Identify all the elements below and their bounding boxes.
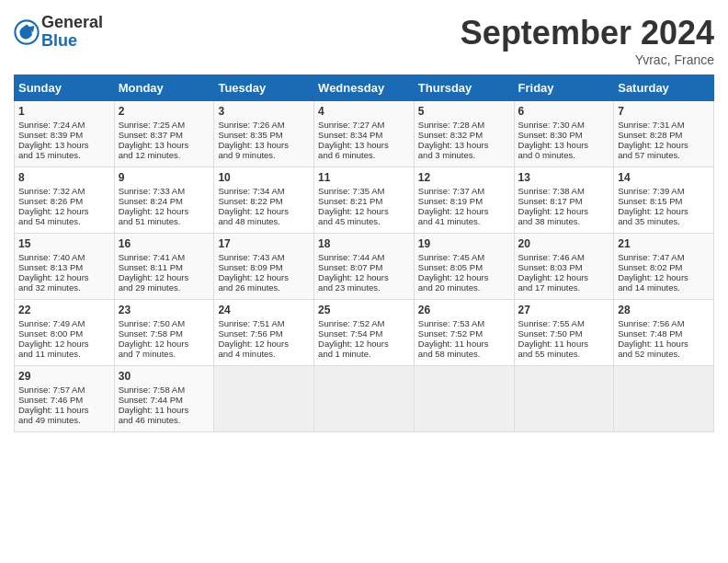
cell-text-line: Sunrise: 7:53 AM (418, 318, 510, 328)
cell-text-line: Sunrise: 7:50 AM (119, 318, 210, 328)
calendar-week-row: 22Sunrise: 7:49 AMSunset: 8:00 PMDayligh… (15, 300, 714, 366)
calendar-cell: 2Sunrise: 7:25 AMSunset: 8:37 PMDaylight… (114, 101, 214, 167)
logo-icon (14, 19, 40, 45)
cell-text-line: and 49 minutes. (18, 415, 110, 425)
day-number: 17 (218, 237, 310, 250)
cell-text-line: Daylight: 12 hours (318, 339, 410, 349)
day-number: 10 (218, 171, 310, 184)
cell-text-line: Sunset: 8:35 PM (218, 130, 310, 140)
day-number: 19 (418, 237, 510, 250)
cell-text-line: Sunset: 8:22 PM (218, 196, 310, 206)
calendar-cell: 26Sunrise: 7:53 AMSunset: 7:52 PMDayligh… (414, 300, 514, 366)
calendar-cell: 14Sunrise: 7:39 AMSunset: 8:15 PMDayligh… (614, 167, 714, 234)
cell-text-line: Daylight: 11 hours (518, 339, 610, 349)
cell-text-line: and 7 minutes. (119, 349, 210, 359)
cell-text-line: Daylight: 12 hours (318, 272, 410, 282)
header-saturday: Saturday (614, 75, 714, 101)
header: General Blue September 2024 Yvrac, Franc… (14, 14, 714, 67)
cell-text-line: Daylight: 12 hours (18, 339, 110, 349)
calendar-header: Sunday Monday Tuesday Wednesday Thursday… (15, 75, 714, 101)
cell-text-line: Sunset: 8:00 PM (18, 328, 110, 339)
cell-text-line: and 14 minutes. (618, 282, 710, 293)
cell-text-line: Daylight: 13 hours (218, 140, 310, 150)
calendar-cell: 25Sunrise: 7:52 AMSunset: 7:54 PMDayligh… (314, 300, 415, 366)
calendar-cell (314, 366, 415, 432)
cell-text-line: Daylight: 12 hours (119, 206, 210, 216)
cell-text-line: Sunrise: 7:57 AM (18, 385, 110, 395)
cell-text-line: Sunrise: 7:25 AM (119, 120, 210, 130)
cell-text-line: Sunset: 8:37 PM (119, 130, 210, 140)
cell-text-line: Daylight: 12 hours (218, 339, 310, 349)
cell-text-line: Sunset: 7:52 PM (418, 328, 510, 339)
day-number: 27 (518, 304, 610, 316)
cell-text-line: Sunset: 8:28 PM (618, 130, 710, 140)
cell-text-line: Daylight: 13 hours (119, 140, 210, 150)
logo-text: General Blue (41, 14, 103, 51)
cell-text-line: and 11 minutes. (18, 349, 110, 359)
cell-text-line: Daylight: 12 hours (119, 339, 210, 349)
calendar-cell: 19Sunrise: 7:45 AMSunset: 8:05 PMDayligh… (414, 234, 514, 300)
cell-text-line: Sunset: 8:24 PM (119, 196, 210, 206)
cell-text-line: Sunrise: 7:55 AM (518, 318, 610, 328)
header-wednesday: Wednesday (314, 75, 415, 101)
cell-text-line: and 20 minutes. (418, 282, 510, 293)
cell-text-line: Sunset: 8:02 PM (618, 262, 710, 272)
calendar-cell: 10Sunrise: 7:34 AMSunset: 8:22 PMDayligh… (214, 167, 314, 234)
cell-text-line: and 26 minutes. (218, 282, 310, 293)
day-number: 24 (218, 304, 310, 316)
cell-text-line: Sunrise: 7:27 AM (318, 120, 410, 130)
cell-text-line: Sunset: 8:21 PM (318, 196, 410, 206)
calendar-cell: 7Sunrise: 7:31 AMSunset: 8:28 PMDaylight… (614, 101, 714, 167)
cell-text-line: Sunset: 7:54 PM (318, 328, 410, 339)
cell-text-line: Sunrise: 7:24 AM (18, 120, 110, 130)
cell-text-line: Sunrise: 7:30 AM (518, 120, 610, 130)
calendar-cell: 4Sunrise: 7:27 AMSunset: 8:34 PMDaylight… (314, 101, 415, 167)
day-number: 23 (119, 304, 210, 316)
cell-text-line: and 0 minutes. (518, 150, 610, 160)
cell-text-line: and 12 minutes. (119, 150, 210, 160)
cell-text-line: Sunset: 7:44 PM (119, 395, 210, 405)
day-number: 13 (518, 171, 610, 184)
day-number: 9 (119, 171, 210, 184)
cell-text-line: Sunset: 8:30 PM (518, 130, 610, 140)
day-number: 18 (318, 237, 410, 250)
cell-text-line: Daylight: 11 hours (119, 405, 210, 415)
cell-text-line: Sunrise: 7:49 AM (18, 318, 110, 328)
cell-text-line: and 38 minutes. (518, 216, 610, 226)
cell-text-line: Sunset: 8:05 PM (418, 262, 510, 272)
day-number: 6 (518, 105, 610, 118)
cell-text-line: and 35 minutes. (618, 216, 710, 226)
cell-text-line: Sunset: 8:09 PM (218, 262, 310, 272)
cell-text-line: Sunrise: 7:35 AM (318, 186, 410, 196)
header-thursday: Thursday (414, 75, 514, 101)
calendar-cell: 9Sunrise: 7:33 AMSunset: 8:24 PMDaylight… (114, 167, 214, 234)
day-number: 2 (119, 105, 210, 118)
cell-text-line: Daylight: 11 hours (18, 405, 110, 415)
day-number: 4 (318, 105, 410, 118)
cell-text-line: Daylight: 12 hours (218, 206, 310, 216)
cell-text-line: and 46 minutes. (119, 415, 210, 425)
cell-text-line: Daylight: 13 hours (18, 140, 110, 150)
cell-text-line: and 55 minutes. (518, 349, 610, 359)
cell-text-line: Daylight: 13 hours (518, 140, 610, 150)
cell-text-line: Sunset: 8:11 PM (119, 262, 210, 272)
cell-text-line: Sunset: 7:56 PM (218, 328, 310, 339)
calendar-cell: 15Sunrise: 7:40 AMSunset: 8:13 PMDayligh… (15, 234, 115, 300)
cell-text-line: Sunrise: 7:52 AM (318, 318, 410, 328)
cell-text-line: Daylight: 11 hours (618, 339, 710, 349)
header-tuesday: Tuesday (214, 75, 314, 101)
header-sunday: Sunday (15, 75, 115, 101)
calendar-cell: 5Sunrise: 7:28 AMSunset: 8:32 PMDaylight… (414, 101, 514, 167)
cell-text-line: Sunrise: 7:43 AM (218, 252, 310, 262)
cell-text-line: and 3 minutes. (418, 150, 510, 160)
cell-text-line: and 51 minutes. (119, 216, 210, 226)
cell-text-line: Sunrise: 7:33 AM (119, 186, 210, 196)
cell-text-line: and 6 minutes. (318, 150, 410, 160)
day-number: 8 (18, 171, 110, 184)
calendar-cell: 1Sunrise: 7:24 AMSunset: 8:39 PMDaylight… (15, 101, 115, 167)
cell-text-line: Sunrise: 7:45 AM (418, 252, 510, 262)
cell-text-line: Sunrise: 7:32 AM (18, 186, 110, 196)
cell-text-line: Sunrise: 7:28 AM (418, 120, 510, 130)
cell-text-line: Daylight: 12 hours (518, 272, 610, 282)
cell-text-line: Daylight: 13 hours (318, 140, 410, 150)
